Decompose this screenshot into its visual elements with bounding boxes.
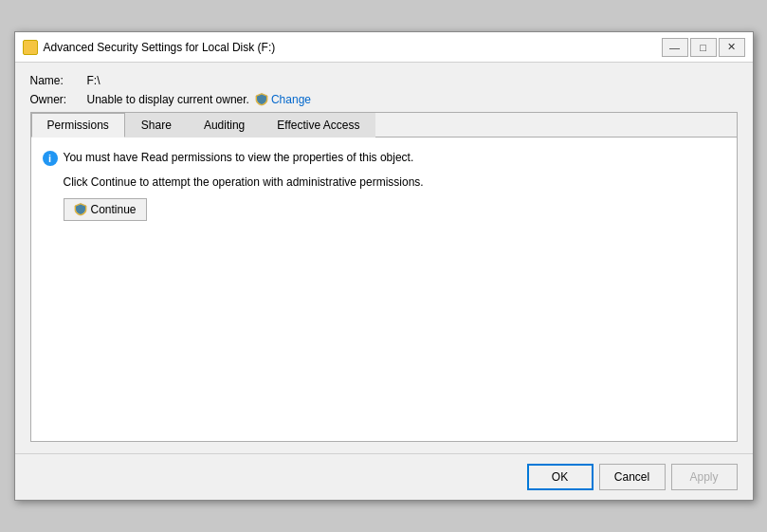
cancel-button[interactable]: Cancel — [599, 464, 666, 490]
owner-text: Unable to display current owner. — [87, 93, 249, 106]
apply-button[interactable]: Apply — [671, 464, 738, 490]
tab-content-permissions: i You must have Read permissions to view… — [31, 138, 737, 441]
continue-button-label: Continue — [91, 203, 137, 216]
tabs-container: Permissions Share Auditing Effective Acc… — [30, 112, 738, 442]
owner-label: Owner: — [30, 93, 87, 106]
name-field-row: Name: F:\ — [30, 74, 738, 87]
click-continue-text: Click Continue to attempt the operation … — [64, 175, 725, 189]
ok-button[interactable]: OK — [527, 464, 594, 490]
content-area: Name: F:\ Owner: Unable to display curre… — [15, 63, 753, 453]
info-row: i You must have Read permissions to view… — [43, 151, 725, 166]
tabs-row: Permissions Share Auditing Effective Acc… — [31, 113, 737, 138]
window-title: Advanced Security Settings for Local Dis… — [44, 41, 662, 54]
owner-value: Unable to display current owner. Change — [87, 93, 311, 106]
continue-shield-icon — [74, 203, 87, 216]
title-bar: Advanced Security Settings for Local Dis… — [15, 32, 753, 63]
maximize-button[interactable]: □ — [690, 38, 717, 57]
info-message: You must have Read permissions to view t… — [64, 151, 414, 164]
tab-permissions[interactable]: Permissions — [31, 113, 125, 138]
tab-effective-access[interactable]: Effective Access — [261, 113, 375, 138]
continue-button[interactable]: Continue — [64, 198, 147, 221]
tab-share[interactable]: Share — [125, 113, 188, 138]
window-icon — [23, 40, 38, 55]
info-icon: i — [43, 151, 58, 166]
name-label: Name: — [30, 74, 87, 87]
owner-field-row: Owner: Unable to display current owner. … — [30, 93, 738, 106]
minimize-button[interactable]: — — [662, 38, 688, 57]
name-value: F:\ — [87, 74, 100, 87]
change-shield-icon — [255, 93, 268, 106]
title-bar-buttons: — □ ✕ — [662, 38, 745, 57]
footer: OK Cancel Apply — [15, 453, 753, 500]
close-button[interactable]: ✕ — [719, 38, 745, 57]
change-link[interactable]: Change — [255, 93, 311, 106]
tab-auditing[interactable]: Auditing — [188, 113, 261, 138]
main-window: Advanced Security Settings for Local Dis… — [14, 31, 754, 501]
change-label: Change — [271, 93, 311, 106]
